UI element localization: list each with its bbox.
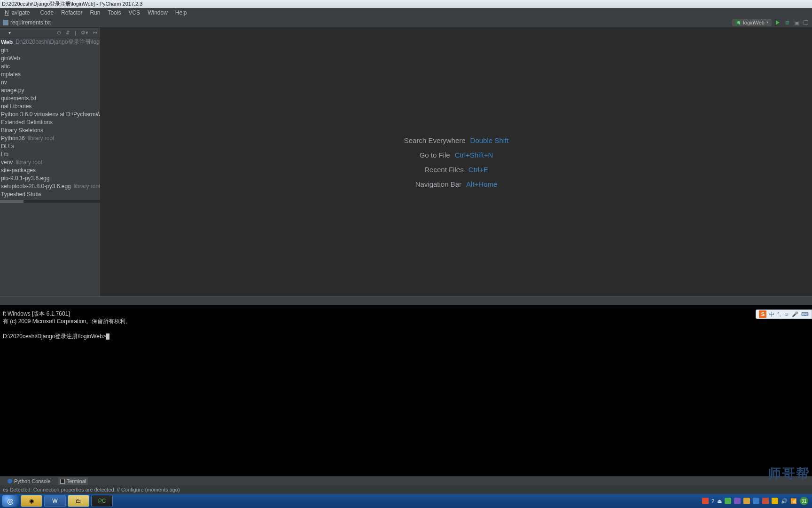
tray-icon[interactable] — [725, 498, 731, 504]
menu-refactor[interactable]: Refactor — [58, 8, 85, 17]
ime-brand-icon: S — [759, 310, 766, 318]
system-tray[interactable]: ? ⏏ 🔊 📶 31 — [702, 497, 808, 505]
terminal-cursor — [106, 333, 109, 340]
hide-icon[interactable]: ↦ — [93, 30, 97, 36]
chevron-down-icon: ▾ — [766, 20, 768, 24]
tree-item[interactable]: mplates — [0, 70, 100, 78]
tree-item[interactable]: quirements.txt — [0, 94, 100, 102]
python-console-icon — [8, 479, 12, 484]
tree-item[interactable]: Extended Definitions — [0, 118, 100, 126]
tray-icon[interactable] — [702, 498, 709, 504]
taskbar-item-pycharm[interactable]: PC — [91, 495, 113, 507]
ime-toolbar[interactable]: S 中 °, ☺ 🎤 ⌨ — [756, 310, 812, 319]
taskbar-item[interactable]: ◉ — [21, 495, 42, 507]
stop-button[interactable] — [803, 19, 809, 26]
tree-item[interactable]: nv — [0, 78, 100, 86]
tree-item[interactable]: setuptools-28.8.0-py3.6.egglibrary root — [0, 182, 100, 190]
tree-item[interactable]: anage.py — [0, 86, 100, 94]
run-button[interactable] — [774, 19, 781, 26]
tree-item[interactable]: site-packages — [0, 166, 100, 174]
gear-icon[interactable]: ⚙▾ — [81, 30, 88, 36]
menu-window[interactable]: Window — [145, 8, 171, 17]
tray-date-badge[interactable]: 31 — [800, 497, 808, 505]
tray-icon[interactable] — [753, 498, 759, 504]
bottom-tool-tabs: Python Console Terminal — [0, 476, 812, 485]
tab-terminal[interactable]: Terminal — [58, 477, 88, 485]
menu-navigate[interactable]: Navigate — [2, 8, 35, 17]
tree-horizontal-scrollbar[interactable] — [0, 200, 100, 203]
breadcrumb-file[interactable]: requirements.txt — [10, 19, 51, 26]
terminal-tab-strip[interactable] — [0, 297, 812, 305]
project-tool-window: ▾ ⊙ ⇵ | ⚙▾ ↦ Web D:\2020ceshi\Django登录注册… — [0, 28, 101, 296]
editor-empty-state: Search EverywhereDouble Shift Go to File… — [101, 28, 812, 296]
hint-go-to-file: Go to FileCtrl+Shift+N — [420, 151, 493, 159]
tree-item[interactable]: gin — [0, 46, 100, 54]
coverage-icon: ▣ — [794, 19, 799, 26]
tray-icon[interactable] — [743, 498, 750, 504]
terminal-panel: ft Windows [版本 6.1.7601] 有 (c) 2009 Micr… — [0, 296, 812, 476]
windows-taskbar: ◎ ◉ W 🗀 PC ? ⏏ 🔊 📶 31 — [0, 494, 812, 508]
tab-python-console[interactable]: Python Console — [6, 477, 53, 485]
tray-icon[interactable] — [734, 498, 741, 504]
ime-punct-icon[interactable]: °, — [777, 311, 781, 317]
django-icon: dj — [735, 20, 741, 25]
tree-item[interactable]: atic — [0, 62, 100, 70]
tree-item[interactable]: Python36library root — [0, 134, 100, 142]
menu-vcs[interactable]: VCS — [125, 8, 143, 17]
tray-icon[interactable] — [772, 498, 778, 504]
tree-item[interactable]: Lib — [0, 150, 100, 158]
menu-code[interactable]: Code — [37, 8, 56, 17]
menu-help[interactable]: Help — [172, 8, 190, 17]
play-icon — [776, 20, 780, 25]
menu-tools[interactable]: Tools — [105, 8, 124, 17]
tree-item[interactable]: venvlibrary root — [0, 158, 100, 166]
tray-volume-icon[interactable]: 🔊 — [781, 498, 788, 504]
terminal-icon — [60, 479, 65, 484]
tree-item[interactable]: Typeshed Stubs — [0, 190, 100, 198]
watermark-text: 师哥帮 — [768, 465, 810, 483]
navigation-bar: requirements.txt dj loginWeb ▾ ⧇ ▣ — [0, 17, 812, 28]
ime-emoji-icon[interactable]: ☺ — [784, 311, 789, 317]
start-button[interactable]: ◎ — [2, 495, 19, 507]
project-tree[interactable]: Web D:\2020ceshi\Django登录注册\loginWeb gin… — [0, 38, 100, 296]
stop-icon — [804, 20, 808, 25]
taskbar-item-word[interactable]: W — [44, 495, 66, 507]
terminal-line: 有 (c) 2009 Microsoft Corporation。保留所有权利。 — [3, 318, 809, 325]
editor-area: Search EverywhereDouble Shift Go to File… — [101, 28, 812, 296]
menu-run[interactable]: Run — [87, 8, 103, 17]
hint-recent-files: Recent FilesCtrl+E — [424, 166, 488, 174]
tray-network-icon[interactable]: 📶 — [790, 498, 797, 504]
tree-item[interactable]: Binary Skeletons — [0, 126, 100, 134]
tree-item[interactable]: DLLs — [0, 142, 100, 150]
collapse-all-icon[interactable]: ⇵ — [66, 30, 70, 36]
ime-lang[interactable]: 中 — [769, 311, 774, 318]
terminal-line: ft Windows [版本 6.1.7601] — [3, 310, 809, 318]
tree-item[interactable]: pip-9.0.1-py3.6.egg — [0, 174, 100, 182]
status-message[interactable]: es Detected: Connection properties are d… — [3, 487, 180, 492]
window-title: D:\2020ceshi\Django登录注册\loginWeb] - PyCh… — [2, 0, 142, 8]
file-icon — [3, 20, 8, 25]
taskbar-item-explorer[interactable]: 🗀 — [68, 495, 89, 507]
project-tool-header: ▾ ⊙ ⇵ | ⚙▾ ↦ — [0, 28, 100, 38]
tray-icon[interactable] — [762, 498, 769, 504]
ime-mic-icon[interactable]: 🎤 — [792, 311, 798, 318]
tray-icon[interactable]: ? — [711, 498, 714, 504]
bug-icon: ⧇ — [785, 19, 789, 26]
terminal-body[interactable]: ft Windows [版本 6.1.7601] 有 (c) 2009 Micr… — [0, 305, 812, 476]
hint-navigation-bar: Navigation BarAlt+Home — [415, 180, 498, 188]
scroll-from-src-icon[interactable]: ⊙ — [57, 30, 61, 36]
tree-item[interactable]: ginWeb — [0, 54, 100, 62]
hint-search-everywhere: Search EverywhereDouble Shift — [404, 136, 509, 144]
tree-item[interactable]: Python 3.6.0 virtualenv at D:\PycharmWor… — [0, 110, 100, 118]
debug-button[interactable]: ⧇ — [784, 19, 790, 26]
run-config-selector[interactable]: dj loginWeb ▾ — [732, 19, 772, 26]
coverage-button[interactable]: ▣ — [793, 19, 800, 26]
tree-item[interactable]: nal Libraries — [0, 102, 100, 110]
status-bar: es Detected: Connection properties are d… — [0, 485, 812, 494]
window-titlebar: D:\2020ceshi\Django登录注册\loginWeb] - PyCh… — [0, 0, 812, 8]
terminal-prompt: D:\2020ceshi\Django登录注册\loginWeb> — [3, 333, 809, 340]
project-root[interactable]: Web D:\2020ceshi\Django登录注册\loginWeb — [0, 38, 100, 46]
tray-icon[interactable]: ⏏ — [717, 498, 722, 504]
project-dropdown[interactable]: ▾ — [8, 30, 11, 35]
ime-keyboard-icon[interactable]: ⌨ — [801, 311, 809, 318]
